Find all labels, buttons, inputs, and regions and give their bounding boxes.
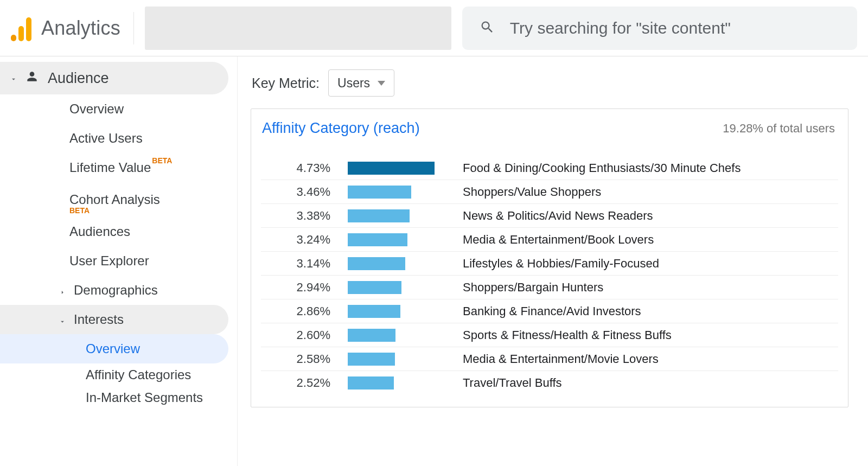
chart-category: Shoppers/Value Shoppers <box>456 185 838 199</box>
search-icon <box>480 20 495 37</box>
chart-row[interactable]: 3.38%News & Politics/Avid News Readers <box>261 204 838 228</box>
sidebar-item-overview[interactable]: Overview <box>0 94 228 124</box>
chevron-down-icon <box>378 81 385 86</box>
sidebar-item-in-market-segments[interactable]: In-Market Segments <box>0 386 228 409</box>
chart-category: Lifestyles & Hobbies/Family-Focused <box>456 257 838 271</box>
chart-bar-cell <box>348 257 456 270</box>
sidebar-item-interests-overview[interactable]: Overview <box>0 334 228 363</box>
sidebar-item-lifetime-value[interactable]: Lifetime ValueBETA <box>0 153 228 182</box>
chart-bar <box>348 162 435 175</box>
main-content: Key Metric: Users Affinity Category (rea… <box>238 56 868 466</box>
chart-row[interactable]: 4.73%Food & Dining/Cooking Enthusiasts/3… <box>261 156 838 180</box>
chart-row[interactable]: 2.58%Media & Entertainment/Movie Lovers <box>261 347 838 371</box>
chart-bar <box>348 186 411 199</box>
sidebar-item-affinity-categories[interactable]: Affinity Categories <box>0 363 228 386</box>
chart-bar <box>348 209 410 222</box>
chart-bar-cell <box>348 305 456 318</box>
person-icon <box>25 69 39 87</box>
chart-value: 3.38% <box>261 209 348 223</box>
chart-bar <box>348 305 400 318</box>
chart-value: 4.73% <box>261 161 348 175</box>
caret-down-icon <box>10 70 16 87</box>
chart-value: 3.46% <box>261 185 348 199</box>
caret-right-icon <box>59 284 66 299</box>
affinity-chart: 4.73%Food & Dining/Cooking Enthusiasts/3… <box>261 156 838 395</box>
chart-row[interactable]: 3.14%Lifestyles & Hobbies/Family-Focused <box>261 252 838 276</box>
chart-bar <box>348 353 395 366</box>
account-selector-placeholder[interactable] <box>145 7 451 50</box>
chart-category: Sports & Fitness/Health & Fitness Buffs <box>456 328 838 342</box>
app-header: Analytics Try searching for "site conten… <box>0 0 868 56</box>
chart-bar-cell <box>348 186 456 199</box>
chart-bar-cell <box>348 281 456 294</box>
search-box[interactable]: Try searching for "site content" <box>462 7 857 50</box>
chart-bar-cell <box>348 353 456 366</box>
chart-bar-cell <box>348 329 456 342</box>
chart-value: 2.60% <box>261 328 348 342</box>
chart-row[interactable]: 3.46%Shoppers/Value Shoppers <box>261 180 838 204</box>
sidebar-section-label: Audience <box>48 70 109 87</box>
panel-subtitle: 19.28% of total users <box>723 122 835 136</box>
chart-category: Shoppers/Bargain Hunters <box>456 280 838 295</box>
chart-bar <box>348 376 394 390</box>
chart-category: Travel/Travel Buffs <box>456 376 838 390</box>
chart-bar-cell <box>348 162 456 175</box>
chart-category: News & Politics/Avid News Readers <box>456 209 838 223</box>
chart-bar-cell <box>348 233 456 246</box>
key-metric-row: Key Metric: Users <box>251 69 848 97</box>
sidebar-item-audiences[interactable]: Audiences <box>0 217 228 246</box>
chart-category: Media & Entertainment/Movie Lovers <box>456 352 838 366</box>
sidebar-section-audience[interactable]: Audience <box>0 62 228 94</box>
chart-bar <box>348 233 407 246</box>
sidebar-item-user-explorer[interactable]: User Explorer <box>0 246 228 276</box>
chart-value: 2.94% <box>261 280 348 295</box>
chart-category: Food & Dining/Cooking Enthusiasts/30 Min… <box>456 161 838 175</box>
analytics-logo-icon <box>11 15 31 41</box>
chart-category: Media & Entertainment/Book Lovers <box>456 233 838 247</box>
chart-row[interactable]: 3.24%Media & Entertainment/Book Lovers <box>261 228 838 252</box>
chart-value: 3.24% <box>261 233 348 247</box>
affinity-panel: Affinity Category (reach) 19.28% of tota… <box>251 108 848 407</box>
chart-bar-cell <box>348 209 456 222</box>
chart-value: 3.14% <box>261 257 348 271</box>
chart-bar <box>348 329 395 342</box>
chart-value: 2.86% <box>261 304 348 318</box>
panel-title[interactable]: Affinity Category (reach) <box>262 120 420 137</box>
caret-down-icon <box>59 314 66 329</box>
sidebar-item-active-users[interactable]: Active Users <box>0 124 228 153</box>
metric-select[interactable]: Users <box>328 69 394 97</box>
chart-value: 2.58% <box>261 352 348 366</box>
chart-row[interactable]: 2.86%Banking & Finance/Avid Investors <box>261 299 838 323</box>
chart-row[interactable]: 2.52%Travel/Travel Buffs <box>261 371 838 395</box>
beta-badge: BETA <box>69 206 90 215</box>
chart-bar <box>348 281 401 294</box>
metric-selected-value: Users <box>337 76 370 91</box>
chart-value: 2.52% <box>261 376 348 390</box>
chart-row[interactable]: 2.60%Sports & Fitness/Health & Fitness B… <box>261 323 838 347</box>
logo-block: Analytics <box>11 12 134 44</box>
key-metric-label: Key Metric: <box>252 75 320 91</box>
chart-category: Banking & Finance/Avid Investors <box>456 304 838 318</box>
chart-row[interactable]: 2.94%Shoppers/Bargain Hunters <box>261 276 838 299</box>
chart-bar <box>348 257 405 270</box>
search-placeholder: Try searching for "site content" <box>510 19 731 37</box>
sidebar-item-cohort-analysis[interactable]: Cohort Analysis BETA <box>0 182 228 217</box>
sidebar-item-demographics[interactable]: Demographics <box>0 276 228 305</box>
beta-badge: BETA <box>152 156 172 165</box>
chart-bar-cell <box>348 376 456 390</box>
sidebar-item-interests[interactable]: Interests <box>0 305 228 334</box>
sidebar: Audience Overview Active Users Lifetime … <box>0 56 238 466</box>
product-name: Analytics <box>41 17 120 40</box>
